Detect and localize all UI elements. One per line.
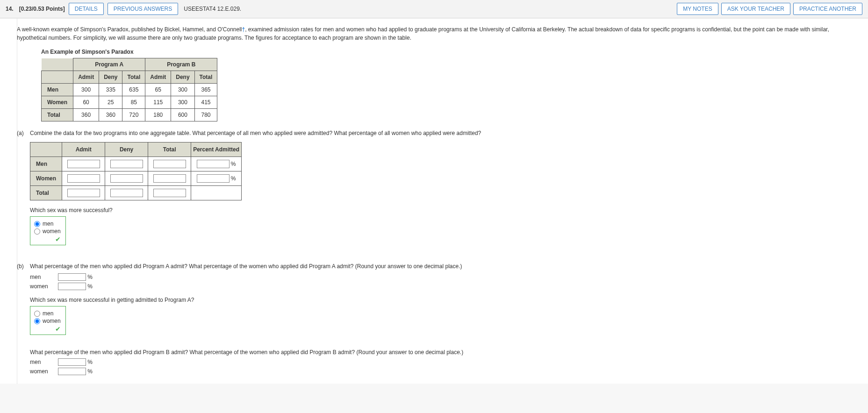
b-men-input[interactable] xyxy=(58,273,86,281)
men-total-input[interactable] xyxy=(153,160,186,168)
men-pct-input[interactable] xyxy=(197,160,230,168)
points-label: [0.23/0.53 Points] xyxy=(19,6,65,12)
men-admit-input[interactable] xyxy=(67,160,100,168)
part-a-label: (a) xyxy=(17,130,30,136)
total-total-input[interactable] xyxy=(153,189,186,197)
part-b-label: (b) xyxy=(17,263,30,270)
radio-women-a[interactable] xyxy=(34,228,40,235)
table-row: Women % xyxy=(30,171,242,186)
women-total-input[interactable] xyxy=(153,174,186,183)
b2-women-input[interactable] xyxy=(58,368,86,375)
simpsons-paradox-table: Program A Program B AdmitDenyTotal Admit… xyxy=(41,58,217,121)
question-number: 14. xyxy=(6,6,14,12)
part-b-text: What percentage of the men who applied d… xyxy=(30,263,851,270)
b2-men-input[interactable] xyxy=(58,358,86,366)
part-b-radio-group: men women ✔ xyxy=(30,306,66,335)
intro-text: A well-known example of Simpson's Parado… xyxy=(17,25,851,42)
part-a-text: Combine the data for the two programs in… xyxy=(30,130,851,136)
question-header: 14. [0.23/0.53 Points] DETAILS PREVIOUS … xyxy=(0,0,868,18)
radio-men-b[interactable] xyxy=(34,311,40,317)
part-a-radio-group: men women ✔ xyxy=(30,216,66,245)
table-row: Total xyxy=(30,186,242,200)
aggregate-table: Admit Deny Total Percent Admitted Men % … xyxy=(30,142,242,200)
practice-another-button[interactable]: PRACTICE ANOTHER xyxy=(793,3,862,15)
table-title: An Example of Simpson's Paradox xyxy=(41,49,851,55)
women-deny-input[interactable] xyxy=(110,174,143,183)
table-row: Women 602585 115300415 xyxy=(42,96,217,109)
table-row: Men % xyxy=(30,157,242,171)
previous-answers-button[interactable]: PREVIOUS ANSWERS xyxy=(108,3,178,15)
checkmark-icon: ✔ xyxy=(34,235,61,243)
radio-men-a[interactable] xyxy=(34,221,40,227)
part-b-text2: What percentage of the men who applied d… xyxy=(30,349,851,356)
women-admit-input[interactable] xyxy=(67,174,100,183)
part-a-subquestion: Which sex was more successful? xyxy=(30,207,851,214)
my-notes-button[interactable]: MY NOTES xyxy=(677,3,718,15)
question-reference: USEESTAT4 12.E.029. xyxy=(184,6,241,12)
radio-women-b[interactable] xyxy=(34,318,40,324)
total-admit-input[interactable] xyxy=(67,189,100,197)
women-pct-input[interactable] xyxy=(197,174,230,183)
details-button[interactable]: DETAILS xyxy=(69,3,104,15)
part-b-subquestion: Which sex was more successful in getting… xyxy=(30,297,851,303)
checkmark-icon: ✔ xyxy=(34,325,61,333)
total-deny-input[interactable] xyxy=(110,189,143,197)
b-women-input[interactable] xyxy=(58,283,86,290)
men-deny-input[interactable] xyxy=(110,160,143,168)
ask-teacher-button[interactable]: ASK YOUR TEACHER xyxy=(721,3,790,15)
table-row: Total 360360720 180600780 xyxy=(42,109,217,121)
table-row: Men 300335635 65300365 xyxy=(42,84,217,96)
